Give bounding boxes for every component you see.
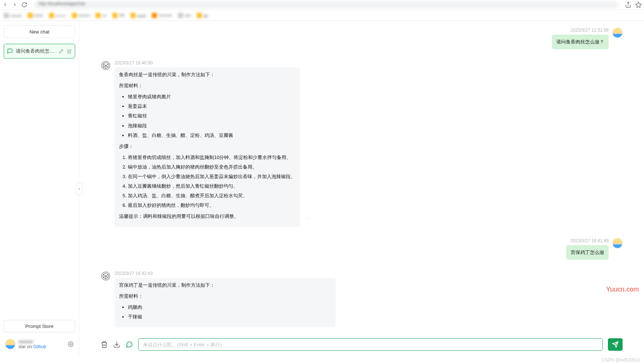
list-item: 加入鸡汤、盐、白糖、生抽、醋煮开后加入淀粉水勾芡。 bbox=[128, 192, 295, 200]
list-item: 青红椒丝 bbox=[128, 112, 295, 120]
more-icon[interactable] bbox=[305, 222, 310, 227]
gear-icon[interactable] bbox=[68, 341, 74, 347]
message-bubble: 宫保鸡丁怎么做 bbox=[566, 245, 609, 260]
trash-icon[interactable] bbox=[67, 49, 72, 54]
list-item: 鸡腿肉 bbox=[128, 303, 331, 311]
tip-text: 温馨提示：调料和辣椒段的用量可以根据口味自行调整。 bbox=[119, 212, 295, 220]
assistant-avatar bbox=[101, 60, 111, 71]
intro-text: 鱼香肉丝是一道传统的川菜，制作方法如下： bbox=[119, 71, 295, 79]
bookmark-item[interactable]: aaaaa bbox=[2, 12, 23, 19]
assistant-avatar bbox=[101, 271, 111, 281]
new-chat-button[interactable]: New chat bbox=[4, 25, 75, 38]
materials-list: 猪里脊肉或猪肉脆片 葱姜蒜末 青红椒丝 泡辣椒段 料酒、盐、白糖、生抽、醋、淀粉… bbox=[119, 93, 295, 139]
list-item: 泡辣椒段 bbox=[128, 122, 295, 130]
list-item: 葱姜蒜末 bbox=[128, 102, 295, 110]
bookmark-item[interactable]: fffff bbox=[111, 12, 126, 19]
github-link[interactable]: Github bbox=[33, 344, 46, 349]
message-row: 2023/3/27 11:31:58 请问鱼香肉丝怎么做？ bbox=[101, 28, 623, 49]
bookmark-item[interactable]: iiiiiii bbox=[176, 12, 192, 19]
message-actions bbox=[305, 215, 310, 227]
message-bubble: 宫保鸡丁是一道传统的川菜，制作方法如下： 所需材料： 鸡腿肉 干辣椒 bbox=[115, 278, 336, 327]
list-item: 将猪里脊肉切成细丝，加入料酒和盐腌制10分钟。将淀粉和少量水拌匀备用。 bbox=[128, 153, 295, 162]
edit-icon[interactable] bbox=[59, 49, 64, 54]
refresh-icon[interactable] bbox=[305, 215, 310, 220]
back-button[interactable] bbox=[2, 2, 8, 8]
message-row: 2023/3/27 16:40:50 鱼香肉丝是一道传统的川菜，制作方法如下： … bbox=[101, 60, 623, 227]
materials-heading: 所需材料： bbox=[119, 292, 331, 300]
user-avatar bbox=[5, 339, 15, 349]
steps-heading: 步骤： bbox=[119, 142, 295, 151]
svg-point-4 bbox=[307, 223, 308, 223]
bookmark-item[interactable]: ee bbox=[94, 12, 108, 19]
prompt-store-button[interactable]: Prompt Store bbox=[4, 320, 75, 332]
send-button[interactable] bbox=[608, 338, 623, 351]
sidebar: New chat 请问鱼香肉丝怎么... Prompt Store bbox=[0, 21, 79, 357]
forward-button[interactable] bbox=[12, 2, 18, 8]
app: New chat 请问鱼香肉丝怎么... Prompt Store bbox=[0, 21, 644, 357]
bookmark-item[interactable]: hhhhhh bbox=[150, 12, 174, 19]
materials-heading: 所需材料： bbox=[119, 82, 295, 90]
bookmark-item[interactable]: bbbb bbox=[26, 12, 45, 19]
bookmark-item[interactable]: ddddd bbox=[70, 12, 91, 19]
star-icon[interactable] bbox=[635, 1, 642, 8]
user-row: aaaaaa star on Github bbox=[4, 336, 75, 352]
bookmarks-bar: aaaaa bbbb ccccc ddddd ee fffff gggg hhh… bbox=[0, 10, 644, 21]
user-avatar bbox=[612, 28, 623, 38]
sidebar-collapse-button[interactable] bbox=[76, 183, 83, 195]
bookmark-item[interactable]: ccccc bbox=[48, 12, 67, 19]
chat-item-title: 请问鱼香肉丝怎么... bbox=[16, 48, 56, 54]
reload-button[interactable] bbox=[21, 2, 27, 8]
message-list: 2023/3/27 11:31:58 请问鱼香肉丝怎么做？ 2023/3/27 … bbox=[79, 21, 644, 335]
list-item: 干辣椒 bbox=[128, 313, 331, 321]
intro-text: 宫保鸡丁是一道传统的川菜，制作方法如下： bbox=[119, 281, 331, 289]
svg-point-2 bbox=[70, 343, 71, 345]
message-icon bbox=[7, 48, 13, 54]
chat-main: 2023/3/27 11:31:58 请问鱼香肉丝怎么做？ 2023/3/27 … bbox=[79, 21, 644, 357]
bookmark-item[interactable]: gggg bbox=[129, 12, 147, 19]
url-bar[interactable]: http://localhost/app/chat bbox=[34, 1, 618, 8]
message-row: 2023/3/27 16:42:43 宫保鸡丁是一道传统的川菜，制作方法如下： … bbox=[101, 271, 623, 327]
message-bubble: 请问鱼香肉丝怎么做？ bbox=[552, 35, 609, 49]
materials-list: 鸡腿肉 干辣椒 bbox=[119, 303, 331, 321]
share-icon[interactable] bbox=[625, 1, 631, 8]
message-time: 2023/3/27 16:40:50 bbox=[115, 60, 300, 66]
user-avatar bbox=[612, 238, 623, 248]
footer bbox=[0, 357, 644, 364]
chat-list-item[interactable]: 请问鱼香肉丝怎么... bbox=[4, 44, 75, 59]
list-item: 猪里脊肉或猪肉脆片 bbox=[128, 93, 295, 101]
svg-point-5 bbox=[307, 224, 308, 225]
chat-input[interactable] bbox=[138, 338, 603, 351]
github-star-text: aaaaaa star on Github bbox=[18, 339, 65, 349]
message-time: 2023/3/27 16:41:49 bbox=[571, 238, 609, 243]
svg-marker-1 bbox=[636, 2, 641, 8]
list-item: 在同一个锅中，倒入少量油烧热后加入葱姜蒜末煸炒出香味，并加入泡辣椒段。 bbox=[128, 173, 295, 181]
list-item: 最后加入炒好的猪肉丝，翻炒均匀即可。 bbox=[128, 201, 295, 209]
trash-icon[interactable] bbox=[101, 341, 108, 348]
bookmark-item[interactable]: jjjjj bbox=[195, 12, 209, 19]
chat-list: 请问鱼香肉丝怎么... bbox=[4, 44, 75, 59]
message-time: 2023/3/27 16:42:43 bbox=[115, 271, 336, 276]
message-row: 2023/3/27 16:41:49 宫保鸡丁怎么做 bbox=[101, 238, 623, 260]
context-icon[interactable] bbox=[126, 341, 133, 348]
list-item: 加入豆瓣酱继续翻炒，然后加入青红椒丝翻炒均匀。 bbox=[128, 182, 295, 190]
download-icon[interactable] bbox=[113, 341, 120, 348]
input-bar bbox=[79, 335, 644, 357]
message-time: 2023/3/27 11:31:58 bbox=[571, 28, 609, 33]
browser-nav-bar: http://localhost/app/chat bbox=[0, 0, 644, 10]
svg-point-6 bbox=[307, 226, 308, 226]
list-item: 锅中放油，油热后加入腌好的猪肉丝翻炒至变色并捞出备用。 bbox=[128, 163, 295, 171]
message-bubble: 鱼香肉丝是一道传统的川菜，制作方法如下： 所需材料： 猪里脊肉或猪肉脆片 葱姜蒜… bbox=[115, 67, 300, 227]
steps-list: 将猪里脊肉切成细丝，加入料酒和盐腌制10分钟。将淀粉和少量水拌匀备用。 锅中放油… bbox=[119, 153, 295, 210]
list-item: 料酒、盐、白糖、生抽、醋、淀粉、鸡汤、豆瓣酱 bbox=[128, 131, 295, 139]
